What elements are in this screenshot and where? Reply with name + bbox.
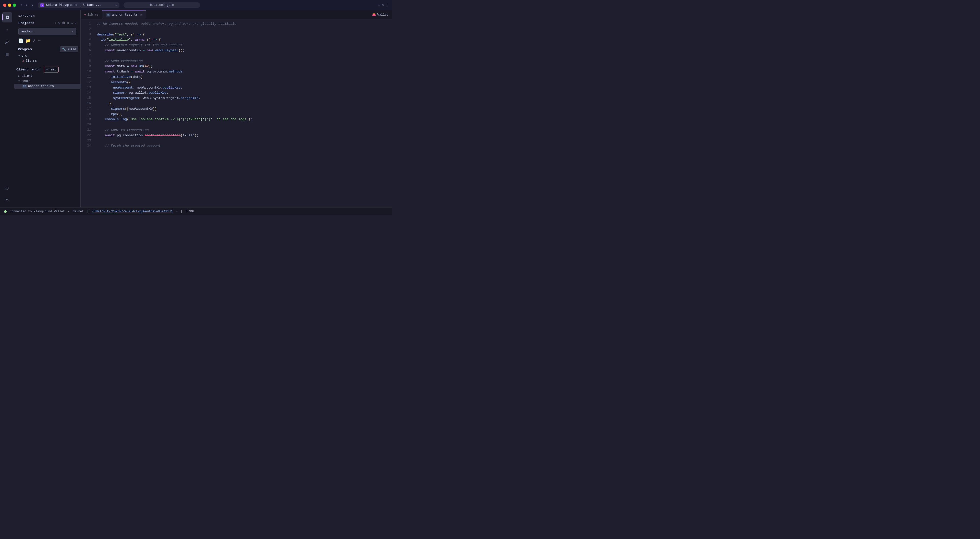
- back-button[interactable]: ‹: [19, 3, 23, 8]
- dropdown-icon: ▼: [72, 30, 73, 33]
- sol-balance: 5 SOL: [186, 210, 195, 213]
- src-label: src: [21, 54, 27, 58]
- window-controls: [3, 3, 16, 7]
- tests-folder[interactable]: ▼ tests: [14, 79, 80, 84]
- lib-rs-file[interactable]: ⊙ lib.rs: [14, 59, 80, 64]
- run-button[interactable]: ▶ Run: [30, 67, 42, 72]
- src-expand-icon: ▼: [18, 55, 20, 57]
- delete-project-button[interactable]: 🗑: [62, 21, 65, 25]
- extensions-icon[interactable]: ⊕: [382, 3, 384, 7]
- code-line-3: describe("Test", () => {: [97, 32, 392, 38]
- github-button[interactable]: ⊛: [67, 21, 69, 25]
- tab-lib-rs[interactable]: ⊙ lib.rs: [81, 10, 102, 19]
- url-text: beta.solpg.io: [150, 3, 174, 7]
- test-icon: ⊙: [46, 68, 48, 72]
- code-line-11: .initialize(data): [97, 75, 392, 80]
- titlebar: ‹ › ↺ S Solana Playground | Solana ... ✕…: [0, 0, 392, 10]
- code-container: 1 2 3 4 5 6 7 8 9 10 11 12 13 14 15 16 1…: [81, 19, 392, 207]
- code-line-21: // Confirm transaction: [97, 127, 392, 133]
- sidebar-item-explorer[interactable]: ⧉: [2, 12, 12, 22]
- status-separator-1: -: [68, 210, 70, 213]
- sidebar-item-brush[interactable]: 🖌: [2, 37, 12, 47]
- build-label: Build: [67, 48, 76, 51]
- editor-area: ⊙ lib.rs TS anchor.test.ts ✕ 👛 Wallet 1 …: [81, 10, 392, 207]
- src-folder[interactable]: ▼ src: [14, 53, 80, 59]
- forward-button[interactable]: ›: [24, 3, 28, 8]
- code-line-5: // Generate keypair for the new account: [97, 43, 392, 48]
- build-button[interactable]: 🔧 Build: [60, 46, 78, 52]
- client-folder[interactable]: ▶ client: [14, 73, 80, 79]
- add-project-button[interactable]: +: [54, 21, 56, 25]
- menu-icon[interactable]: ⋮: [385, 3, 389, 7]
- file-actions: 📄 📁 ⤦ →: [16, 37, 78, 45]
- code-line-15: systemProgram: web3.SystemProgram.progra…: [97, 96, 392, 101]
- sidebar-item-tools[interactable]: ✦: [2, 24, 12, 35]
- tab-favicon: S: [40, 3, 44, 7]
- sidebar-item-terminal[interactable]: ▦: [2, 49, 12, 59]
- new-folder-button[interactable]: 📁: [25, 38, 30, 43]
- code-line-10: const txHash = await pg.program.methods: [97, 69, 392, 75]
- close-tab-button[interactable]: ✕: [140, 13, 142, 17]
- program-label-group: Program: [16, 48, 32, 51]
- play-icon: ▶: [32, 68, 34, 72]
- code-editor[interactable]: // No imports needed: web3, anchor, pg a…: [93, 19, 392, 207]
- code-line-7: [97, 53, 392, 59]
- code-line-14: signer: pg.wallet.publicKey,: [97, 91, 392, 96]
- connection-status-dot: [4, 210, 6, 213]
- close-window-button[interactable]: [3, 3, 6, 7]
- code-line-6: const newAccountKp = new web3.Keypair();: [97, 48, 392, 53]
- address-bar[interactable]: beta.solpg.io: [124, 2, 200, 8]
- project-selector[interactable]: anchor ▼: [18, 28, 76, 35]
- anchor-test-file[interactable]: TS anchor.test.ts: [14, 84, 80, 89]
- wallet-icon: 👛: [372, 13, 376, 17]
- browser-nav: ‹ › ↺: [19, 3, 34, 8]
- test-button[interactable]: ⊙ Test: [44, 67, 59, 73]
- editor-tab-bar: ⊙ lib.rs TS anchor.test.ts ✕ 👛 Wallet: [81, 10, 392, 19]
- code-line-22: await pg.connection.confirmTransaction(t…: [97, 133, 392, 138]
- code-line-20: [97, 122, 392, 127]
- import-button[interactable]: ⇥: [70, 21, 73, 25]
- status-separator-2: |: [87, 210, 89, 213]
- collapse-button[interactable]: ⤦: [33, 38, 36, 43]
- code-line-17: .signers([newAccountKp]): [97, 107, 392, 112]
- code-line-16: }): [97, 101, 392, 107]
- code-line-9: const data = new BN(42);: [97, 64, 392, 69]
- client-section: Client ▶ Run ⊙ Test ▶ client ▼ tests TS: [14, 65, 80, 89]
- tab-close-button[interactable]: ✕: [115, 3, 117, 7]
- bookmark-icon[interactable]: ☆: [378, 3, 380, 7]
- sidebar: EXPLORER Projects + ✎ 🗑 ⊛ ⇥ ↗ anchor ▼ 📄: [14, 10, 81, 207]
- lib-rs-tab-label: lib.rs: [88, 13, 99, 17]
- wallet-label: Wallet: [377, 13, 388, 17]
- export-button[interactable]: ↗: [74, 21, 76, 25]
- client-header: Client ▶ Run ⊙ Test: [14, 65, 80, 73]
- code-line-13: newAccount: newAccountKp.publicKey,: [97, 85, 392, 91]
- rename-project-button[interactable]: ✎: [58, 21, 60, 25]
- wallet-address[interactable]: 7JMNJ7pL1y7XpPnN7ZeuaE4ctwg3WeufbX5o85sA…: [92, 210, 173, 213]
- rs-tab-icon: ⊙: [84, 13, 86, 16]
- code-line-2: [97, 27, 392, 32]
- sidebar-item-git[interactable]: ◯: [2, 183, 12, 193]
- code-line-23: [97, 138, 392, 144]
- minimize-window-button[interactable]: [8, 3, 11, 7]
- browser-tab[interactable]: S Solana Playground | Solana ... ✕: [38, 2, 119, 8]
- browser-actions: ☆ ⊕ ⋮: [378, 3, 389, 7]
- new-file-button[interactable]: 📄: [18, 38, 24, 43]
- explorer-title: EXPLORER: [14, 10, 80, 19]
- projects-label: Projects: [18, 21, 34, 25]
- share-button[interactable]: →: [38, 38, 41, 43]
- ts-tab-icon: TS: [106, 13, 110, 17]
- test-label: Test: [49, 68, 56, 72]
- status-separator-3: |: [181, 210, 183, 213]
- program-section-header: Program 🔧 Build: [14, 45, 80, 53]
- tab-anchor-test[interactable]: TS anchor.test.ts ✕: [102, 10, 146, 19]
- maximize-window-button[interactable]: [13, 3, 16, 7]
- refresh-button[interactable]: ↺: [30, 3, 34, 8]
- client-expand-icon: ▶: [18, 75, 20, 78]
- code-line-12: .accounts({: [97, 80, 392, 85]
- ts-icon: TS: [22, 85, 27, 88]
- app-container: ⧉ ✦ 🖌 ▦ ◯ ⚙ EXPLORER Projects + ✎ 🗑 ⊛ ⇥ …: [0, 10, 392, 207]
- wrench-icon: 🔧: [62, 48, 66, 51]
- wallet-tab[interactable]: 👛 Wallet: [369, 10, 392, 19]
- sidebar-item-settings[interactable]: ⚙: [2, 195, 12, 205]
- code-line-8: // Send transaction: [97, 59, 392, 64]
